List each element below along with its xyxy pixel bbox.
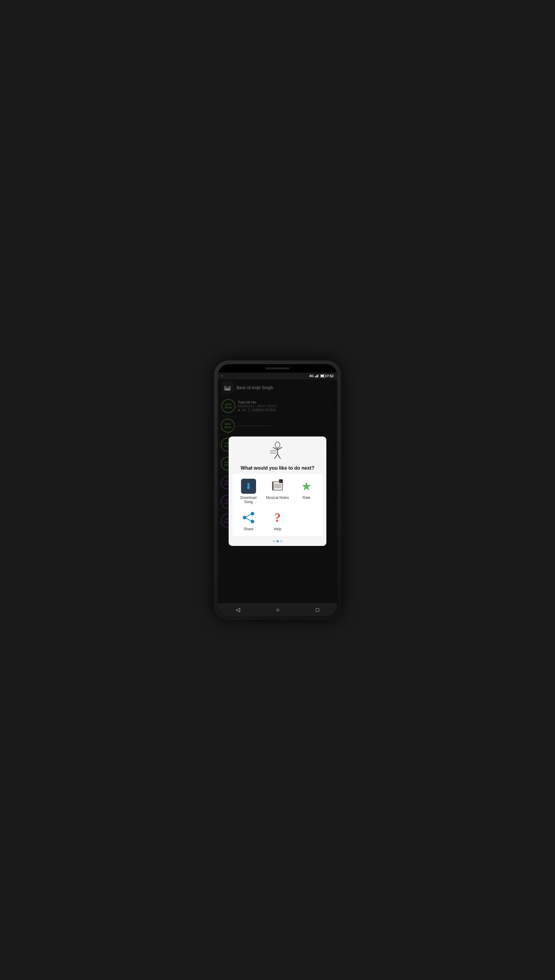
help-button[interactable]: ? Help [264, 508, 291, 533]
svg-line-22 [245, 518, 252, 521]
dialog-title: What would you like to do next? [241, 465, 314, 471]
svg-rect-11 [273, 482, 274, 490]
status-bar: ▪ 4G 7:52 [218, 372, 337, 379]
svg-point-0 [275, 442, 280, 448]
phone-screen: ▪ 4G 7:52 🎹 [218, 364, 337, 616]
bottom-nav: ◁ ○ □ [218, 603, 337, 616]
signal-label: 4G [309, 374, 314, 378]
dialog-illustration [267, 441, 288, 459]
dialog-logo [267, 441, 288, 462]
dialog-actions-card: ⬇ DownloadSong [232, 474, 323, 536]
rate-icon: ★ [299, 479, 314, 494]
rate-label: Rate [303, 496, 310, 500]
action-dialog: What would you like to do next? ⬇ [229, 436, 327, 546]
share-icon [241, 510, 256, 525]
musical-notes-button[interactable]: ♪ Musical Notes [264, 477, 291, 506]
back-button[interactable]: ◁ [231, 605, 245, 615]
notes-svg: ♪ [270, 479, 285, 494]
musical-notes-icon: ♪ [270, 479, 285, 494]
help-icon: ? [270, 510, 285, 525]
battery-icon [320, 374, 326, 377]
phone-top-bar [218, 364, 337, 372]
battery-fill [321, 375, 324, 377]
signal-icon [315, 374, 319, 377]
svg-rect-6 [271, 450, 276, 453]
share-button[interactable]: Share [235, 508, 262, 533]
rate-button[interactable]: ★ Rate [293, 477, 320, 506]
status-left: ▪ [221, 374, 222, 377]
share-svg-icon [242, 511, 255, 524]
screen-content: 🎹 Best of Arijit Singh 337K Views Tum Hi… [218, 379, 337, 603]
pagination-dots [273, 540, 282, 542]
notification-icon: ▪ [221, 374, 222, 377]
download-icon: ⬇ [241, 479, 256, 494]
download-box: ⬇ [241, 479, 256, 494]
page-dot-active [277, 540, 279, 542]
home-button[interactable]: ○ [271, 605, 284, 615]
clock: 7:52 [327, 374, 334, 378]
musical-notes-label: Musical Notes [266, 496, 289, 500]
page-dot [273, 540, 275, 542]
download-song-button[interactable]: ⬇ DownloadSong [235, 477, 262, 506]
star-icon: ★ [301, 479, 312, 493]
svg-line-21 [245, 514, 252, 518]
svg-line-4 [274, 454, 278, 459]
question-mark-icon: ? [274, 511, 281, 524]
download-song-label: DownloadSong [241, 496, 257, 504]
empty-slot [293, 508, 320, 533]
dialog-overlay: What would you like to do next? ⬇ [218, 379, 337, 603]
svg-line-5 [278, 454, 281, 459]
svg-text:♪: ♪ [279, 480, 281, 483]
phone-speaker [265, 368, 290, 369]
svg-rect-10 [273, 482, 282, 490]
download-arrow-icon: ⬇ [245, 481, 252, 491]
page-dot [280, 540, 282, 542]
notes-img: ♪ [270, 479, 285, 494]
dialog-row-2: Share ? Help [235, 508, 320, 533]
status-right: 4G 7:52 [309, 374, 334, 378]
dialog-row-1: ⬇ DownloadSong [235, 477, 320, 506]
recent-apps-button[interactable]: □ [311, 605, 324, 615]
share-label: Share [244, 527, 253, 531]
phone-device: ▪ 4G 7:52 🎹 [214, 361, 341, 620]
help-label: Help [274, 527, 281, 531]
